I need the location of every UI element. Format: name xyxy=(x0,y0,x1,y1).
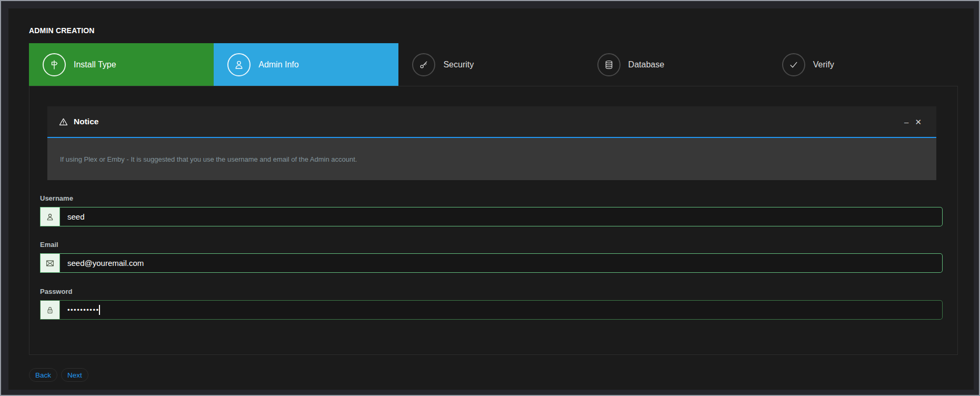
tab-install-type[interactable]: Install Type xyxy=(29,43,214,86)
app-window: ADMIN CREATION Install Type Admin Info xyxy=(0,0,980,396)
notice-title: Notice xyxy=(74,117,98,126)
back-button[interactable]: Back xyxy=(29,368,57,382)
password-input[interactable] xyxy=(60,300,943,320)
wizard-actions: Back Next xyxy=(29,368,88,382)
username-group xyxy=(40,207,943,226)
user-icon xyxy=(233,59,245,71)
text-cursor xyxy=(99,305,100,315)
notice-body: If using Plex or Emby - It is suggested … xyxy=(47,138,936,180)
tab-database[interactable]: Database xyxy=(584,43,768,86)
tab-label: Security xyxy=(443,60,474,70)
notice-panel: Notice – ✕ If using Plex or Emby - It is… xyxy=(47,106,936,180)
tab-label: Verify xyxy=(813,60,834,70)
admin-info-form-panel: Notice – ✕ If using Plex or Emby - It is… xyxy=(29,86,958,355)
wizard-steps: Install Type Admin Info Security xyxy=(29,43,953,86)
email-input[interactable] xyxy=(60,253,943,273)
minimize-icon[interactable]: – xyxy=(901,116,912,128)
check-icon xyxy=(788,60,799,70)
database-icon xyxy=(604,60,614,70)
warning-icon xyxy=(59,117,68,126)
notice-header: Notice – ✕ xyxy=(47,106,936,138)
tab-security[interactable]: Security xyxy=(398,43,583,86)
username-label: Username xyxy=(40,194,73,202)
envelope-icon xyxy=(40,253,60,273)
user-icon xyxy=(40,207,60,226)
signpost-icon xyxy=(48,59,60,71)
tab-verify[interactable]: Verify xyxy=(768,43,953,86)
key-icon xyxy=(418,60,429,70)
tab-label: Admin Info xyxy=(258,60,298,70)
next-button[interactable]: Next xyxy=(61,368,88,382)
setup-wizard-panel: ADMIN CREATION Install Type Admin Info xyxy=(8,8,974,390)
page-title: ADMIN CREATION xyxy=(29,26,95,35)
email-label: Email xyxy=(40,241,58,249)
tab-admin-info[interactable]: Admin Info xyxy=(214,43,398,86)
tab-label: Install Type xyxy=(74,60,116,70)
notice-text: If using Plex or Emby - It is suggested … xyxy=(60,155,357,163)
password-label: Password xyxy=(40,288,72,295)
password-group xyxy=(40,300,943,320)
username-input[interactable] xyxy=(60,207,943,226)
email-group xyxy=(40,253,943,273)
lock-icon xyxy=(40,300,60,320)
tab-label: Database xyxy=(628,60,665,70)
close-icon[interactable]: ✕ xyxy=(912,116,925,128)
